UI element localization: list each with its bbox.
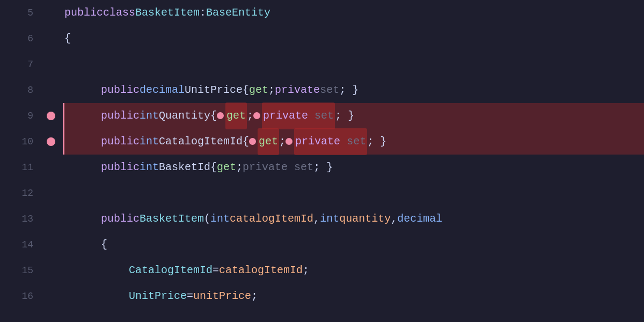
private-set-11: private set (243, 155, 313, 180)
prop-catalogitemid: CatalogItemId (159, 129, 243, 155)
open-brace-class: { (64, 26, 71, 52)
breakpoint-inline-dot-private-10 (286, 138, 292, 145)
code-line-14: { (64, 232, 644, 258)
breakpoint-inline-dot-private-9 (253, 112, 260, 119)
line-num-9: 9 (0, 103, 33, 129)
line-numbers: 5 6 7 8 9 10 11 12 13 14 15 16 (0, 0, 43, 322)
line-num-10: 10 (0, 129, 33, 155)
breakpoint-inline-dot-get-10 (249, 138, 256, 145)
breakpoint-gutter (43, 0, 59, 322)
constructor-name: BasketItem (140, 206, 204, 232)
open-brace-method: { (101, 232, 107, 258)
breakpoint-dot-10 (47, 137, 55, 146)
bp-11[interactable] (43, 155, 59, 180)
code-line-9: public int Quantity { get ; private set … (63, 103, 644, 129)
type-int-param1: int (210, 206, 230, 232)
line-num-8: 8 (0, 77, 33, 103)
code-line-16: UnitPrice = unitPrice ; (64, 283, 644, 309)
bp-14[interactable] (43, 232, 59, 258)
breakpoint-dot-9 (47, 112, 55, 120)
code-editor: 5 6 7 8 9 10 11 12 13 14 15 16 publ (0, 0, 644, 322)
code-content: public class BasketItem : BaseEntity { p… (59, 0, 644, 322)
keyword-class: class (103, 0, 135, 26)
highlighted-get-10: get (258, 128, 279, 155)
kw-public-9: public (101, 103, 140, 129)
kw-private-8: private (275, 77, 320, 103)
type-int-10: int (140, 129, 159, 155)
kw-public-8: public (101, 77, 140, 103)
bp-5[interactable] (43, 0, 59, 26)
highlighted-get-9: get (225, 103, 247, 129)
bp-10[interactable] (43, 129, 59, 155)
code-line-5: public class BasketItem : BaseEntity (64, 0, 644, 26)
code-line-6: { (64, 26, 644, 52)
keyword-public: public (64, 0, 103, 26)
type-int-param2: int (320, 206, 339, 232)
bp-9[interactable] (43, 103, 59, 129)
kw-public-13: public (101, 206, 140, 232)
code-line-8: public decimal UnitPrice { get ; private… (64, 77, 644, 103)
line-num-12: 12 (0, 180, 33, 206)
type-int-11: int (140, 155, 159, 180)
accessor-get-11: get (217, 155, 236, 180)
classname-basketitem: BasketItem (135, 0, 200, 26)
line-num-13: 13 (0, 206, 33, 232)
line-num-7: 7 (0, 52, 33, 77)
code-line-11: public int BasketId { get ; private set … (64, 155, 644, 180)
line-num-16: 16 (0, 283, 33, 309)
bp-7[interactable] (43, 52, 59, 77)
bp-6[interactable] (43, 26, 59, 52)
line-num-5: 5 (0, 0, 33, 26)
accessor-get-8: get (249, 77, 268, 103)
assign-value-catalog: catalogItemId (219, 258, 303, 283)
bp-16[interactable] (43, 283, 59, 309)
assign-value-unitprice: unitPrice (193, 283, 251, 309)
code-line-10: public int CatalogItemId { get ; private… (63, 129, 644, 155)
bp-15[interactable] (43, 258, 59, 283)
classname-baseentity: BaseEntity (206, 0, 270, 26)
code-line-7 (64, 52, 644, 77)
breakpoint-inline-dot-get-9 (217, 112, 224, 119)
type-decimal: decimal (140, 77, 185, 103)
bp-12[interactable] (43, 180, 59, 206)
type-decimal-param3: decimal (397, 206, 442, 232)
type-int-9: int (140, 103, 159, 129)
highlighted-private-set-9: private set (262, 103, 335, 129)
code-line-13: public BasketItem ( int catalogItemId , … (64, 206, 644, 232)
prop-quantity: Quantity (159, 103, 210, 129)
code-line-12 (64, 180, 644, 206)
line-num-6: 6 (0, 26, 33, 52)
colon: : (200, 0, 206, 26)
param-catalogitemid: catalogItemId (230, 206, 313, 232)
prop-basketid: BasketId (159, 155, 210, 180)
bp-13[interactable] (43, 206, 59, 232)
param-quantity: quantity (339, 206, 391, 232)
line-num-15: 15 (0, 258, 33, 283)
highlighted-private-set-10: private set (294, 128, 367, 155)
prop-unitprice: UnitPrice (185, 77, 243, 103)
accessor-set-8: set (320, 77, 339, 103)
code-line-15: CatalogItemId = catalogItemId ; (64, 258, 644, 283)
line-num-14: 14 (0, 232, 33, 258)
line-num-11: 11 (0, 155, 33, 180)
kw-public-11: public (101, 155, 140, 180)
kw-public-10: public (101, 129, 140, 155)
assign-target-unitprice: UnitPrice (129, 283, 187, 309)
bp-8[interactable] (43, 77, 59, 103)
assign-target-catalog: CatalogItemId (129, 258, 213, 283)
